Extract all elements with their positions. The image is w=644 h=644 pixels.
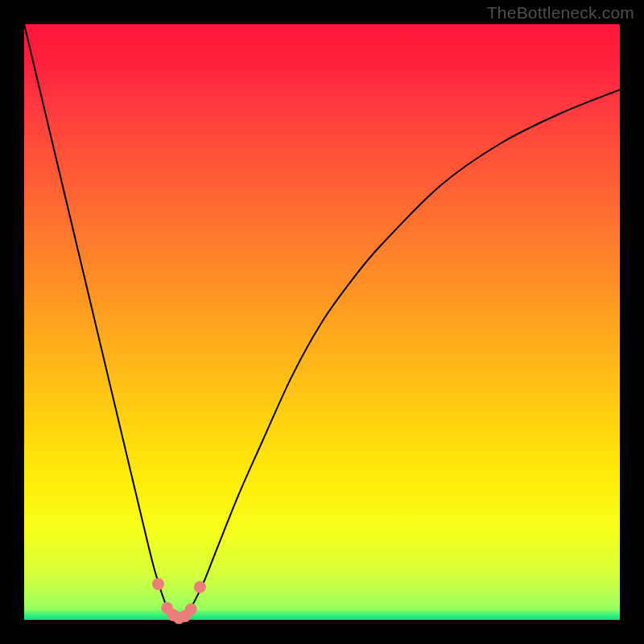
curve-layer <box>24 24 620 620</box>
chart-frame: TheBottleneck.com <box>0 0 644 644</box>
curve-marker <box>152 578 164 590</box>
curve-marker <box>185 603 197 615</box>
bottleneck-curve <box>24 24 620 620</box>
marker-group <box>152 578 206 624</box>
watermark-text: TheBottleneck.com <box>487 3 634 23</box>
curve-marker <box>194 581 206 593</box>
